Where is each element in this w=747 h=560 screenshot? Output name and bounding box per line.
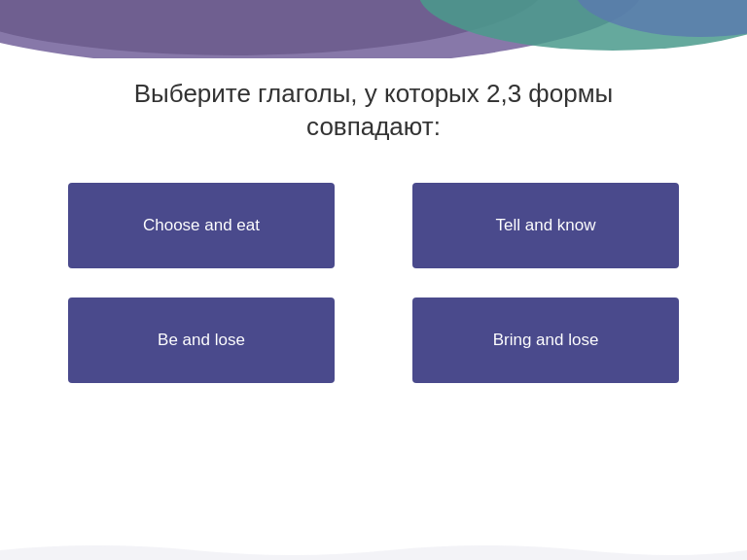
- option-be-lose[interactable]: Be and lose: [68, 298, 335, 383]
- options-grid: Choose and eat Tell and know Be and lose…: [49, 183, 698, 383]
- bottom-decoration: [0, 536, 747, 560]
- option-choose-eat[interactable]: Choose and eat: [68, 183, 335, 268]
- option-bring-lose[interactable]: Bring and lose: [412, 298, 679, 383]
- option-tell-know[interactable]: Tell and know: [412, 183, 679, 268]
- question-title: Выберите глаголы, у которых 2,3 формы со…: [49, 78, 698, 144]
- slide-container: Выберите глаголы, у которых 2,3 формы со…: [0, 0, 747, 560]
- top-decoration: [0, 0, 747, 58]
- main-content: Выберите глаголы, у которых 2,3 формы со…: [0, 58, 747, 531]
